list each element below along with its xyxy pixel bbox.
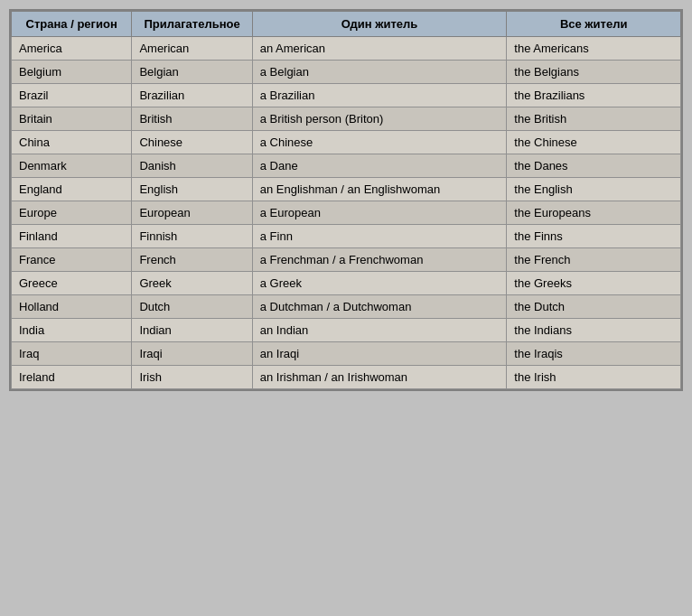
table-cell: a Greek	[252, 272, 507, 295]
table-cell: Chinese	[132, 131, 252, 154]
table-cell: a Dane	[252, 154, 507, 178]
table-cell: an Indian	[252, 319, 507, 342]
table-row: BrazilBraziliana Brazilianthe Brazilians	[12, 84, 681, 107]
table-cell: French	[132, 248, 252, 272]
table-row: IndiaIndianan Indianthe Indians	[12, 319, 681, 342]
table-cell: Britain	[12, 107, 132, 131]
header-country: Страна / регион	[12, 12, 132, 37]
table-cell: a Dutchman / a Dutchwoman	[252, 295, 507, 319]
header-one-resident: Один житель	[252, 12, 507, 37]
table-row: BritainBritisha British person (Briton)t…	[12, 107, 681, 131]
table-row: FinlandFinnisha Finnthe Finns	[12, 225, 681, 248]
table-cell: America	[12, 37, 132, 61]
table-cell: the Danes	[507, 154, 681, 178]
table-row: DenmarkDanisha Danethe Danes	[12, 154, 681, 178]
table-cell: British	[132, 107, 252, 131]
table-row: BelgiumBelgiana Belgianthe Belgians	[12, 61, 681, 84]
table-cell: a Frenchman / a Frenchwoman	[252, 248, 507, 272]
table-row: EnglandEnglishan Englishman / an English…	[12, 178, 681, 201]
table-cell: Brazilian	[132, 84, 252, 107]
table-cell: the Belgians	[507, 61, 681, 84]
table-cell: a Chinese	[252, 131, 507, 154]
table-cell: Europe	[12, 201, 132, 225]
table-cell: the Europeans	[507, 201, 681, 225]
table-row: IraqIraqian Iraqithe Iraqis	[12, 342, 681, 366]
table-cell: a European	[252, 201, 507, 225]
table-row: HollandDutcha Dutchman / a Dutchwomanthe…	[12, 295, 681, 319]
header-row: Страна / регион Прилагательное Один жите…	[12, 12, 681, 37]
table-cell: European	[132, 201, 252, 225]
table-row: GreeceGreeka Greekthe Greeks	[12, 272, 681, 295]
table-cell: a Brazilian	[252, 84, 507, 107]
table-cell: Iraq	[12, 342, 132, 366]
table-cell: Irish	[132, 366, 252, 389]
table-cell: India	[12, 319, 132, 342]
table-cell: Greece	[12, 272, 132, 295]
table-cell: Denmark	[12, 154, 132, 178]
table-cell: Ireland	[12, 366, 132, 389]
table-cell: Iraqi	[132, 342, 252, 366]
countries-table: Страна / регион Прилагательное Один жите…	[11, 11, 681, 389]
table-cell: Greek	[132, 272, 252, 295]
table-cell: Holland	[12, 295, 132, 319]
table-cell: the English	[507, 178, 681, 201]
table-cell: the Irish	[507, 366, 681, 389]
table-cell: England	[12, 178, 132, 201]
table-cell: Brazil	[12, 84, 132, 107]
table-row: FranceFrencha Frenchman / a Frenchwomant…	[12, 248, 681, 272]
table-cell: France	[12, 248, 132, 272]
table-cell: the French	[507, 248, 681, 272]
table-cell: an Irishman / an Irishwoman	[252, 366, 507, 389]
table-cell: an Iraqi	[252, 342, 507, 366]
table-cell: American	[132, 37, 252, 61]
table-cell: the Brazilians	[507, 84, 681, 107]
header-adjective: Прилагательное	[132, 12, 252, 37]
table-cell: a Finn	[252, 225, 507, 248]
table-row: EuropeEuropeana Europeanthe Europeans	[12, 201, 681, 225]
table-cell: China	[12, 131, 132, 154]
table-cell: the Finns	[507, 225, 681, 248]
table-row: AmericaAmericanan Americanthe Americans	[12, 37, 681, 61]
table-cell: Danish	[132, 154, 252, 178]
main-table-container: Страна / регион Прилагательное Один жите…	[9, 9, 683, 391]
table-cell: the Americans	[507, 37, 681, 61]
table-cell: the Indians	[507, 319, 681, 342]
table-cell: English	[132, 178, 252, 201]
table-cell: a British person (Briton)	[252, 107, 507, 131]
table-cell: the British	[507, 107, 681, 131]
table-cell: a Belgian	[252, 61, 507, 84]
table-cell: Belgian	[132, 61, 252, 84]
table-cell: Belgium	[12, 61, 132, 84]
table-cell: an Englishman / an Englishwoman	[252, 178, 507, 201]
table-cell: Finnish	[132, 225, 252, 248]
table-cell: an American	[252, 37, 507, 61]
header-all-residents: Все жители	[507, 12, 681, 37]
table-cell: Indian	[132, 319, 252, 342]
table-cell: Dutch	[132, 295, 252, 319]
table-row: IrelandIrishan Irishman / an Irishwomant…	[12, 366, 681, 389]
table-cell: the Greeks	[507, 272, 681, 295]
table-cell: the Dutch	[507, 295, 681, 319]
table-cell: Finland	[12, 225, 132, 248]
table-cell: the Iraqis	[507, 342, 681, 366]
table-row: ChinaChinesea Chinesethe Chinese	[12, 131, 681, 154]
table-cell: the Chinese	[507, 131, 681, 154]
